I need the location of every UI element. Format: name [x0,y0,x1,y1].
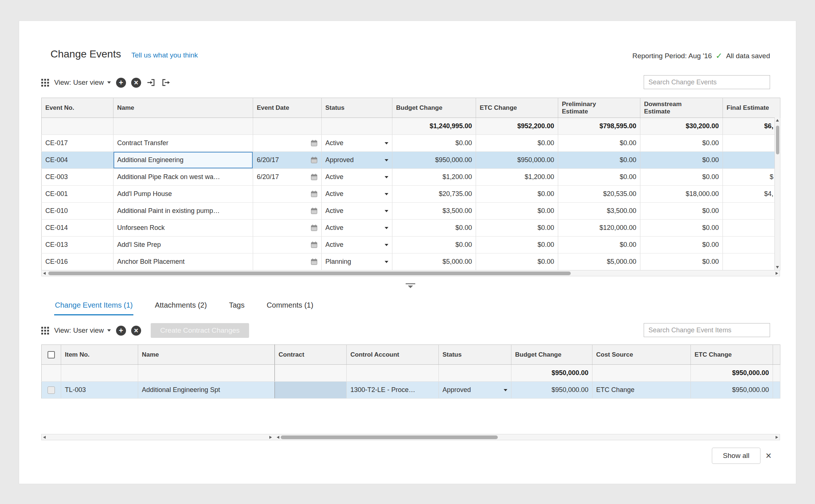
items-horizontal-scrollbar[interactable] [41,434,780,440]
scroll-left-icon[interactable] [43,436,46,439]
cell-event_date[interactable] [253,186,322,203]
cell-name[interactable]: Contract Transfer [113,135,253,152]
cell-event_no[interactable]: CE-004 [42,152,113,169]
column-header-etc_change[interactable]: ETC Change [476,98,558,118]
cell-status[interactable]: Planning [322,253,392,270]
cell-cost_source[interactable]: ETC Change [592,382,691,399]
view-menu[interactable]: View: User view [54,326,111,335]
cell-preliminary_estimate[interactable]: $0.00 [558,152,640,169]
cell-downstream_estimate[interactable]: $0.00 [640,152,723,169]
cell-etc_change[interactable]: $0.00 [476,220,558,237]
cell-budget_change[interactable]: $5,000.00 [392,253,476,270]
collapse-panel-handle[interactable] [405,283,416,290]
cell-status[interactable]: Active [322,135,392,152]
column-header-control_account[interactable]: Control Account [347,345,439,365]
cell-name[interactable]: Unforseen Rock [113,220,253,237]
search-change-events-input[interactable] [644,75,770,89]
tab-attachments[interactable]: Attachments (2) [154,298,207,315]
show-all-button[interactable]: Show all [712,448,760,464]
calendar-icon[interactable] [311,258,318,265]
scrollbar-thumb[interactable] [281,435,498,439]
cell-etc_change[interactable]: $0.00 [476,186,558,203]
cell-etc_change[interactable]: $950,000.00 [476,152,558,169]
calendar-icon[interactable] [311,190,318,197]
cell-etc_change[interactable]: $0.00 [476,135,558,152]
cell-etc_change[interactable]: $1,200.00 [476,169,558,186]
table-row[interactable]: CE-010Additional Paint in existing pump…… [42,203,780,220]
cell-final_estimate_partial[interactable] [723,220,780,237]
select-all-header[interactable] [42,345,61,365]
scroll-left-icon[interactable] [43,272,46,275]
export-icon[interactable] [161,78,171,87]
column-header-status[interactable]: Status [439,345,511,365]
table-row[interactable]: CE-014Unforseen RockActive$0.00$0.00$120… [42,220,780,237]
cell-item_no[interactable]: TL-003 [61,382,138,399]
cell-name[interactable]: Additional Pipe Rack on west wa… [113,169,253,186]
column-header-event_date[interactable]: Event Date [253,98,322,118]
cell-final_estimate_partial[interactable] [723,152,780,169]
calendar-icon[interactable] [311,207,318,214]
cell-contract[interactable] [275,382,347,399]
cell-downstream_estimate[interactable]: $18,000.00 [640,186,723,203]
cell-event_no[interactable]: CE-014 [42,220,113,237]
cell-status[interactable]: Approved [322,152,392,169]
cell-event_no[interactable]: CE-017 [42,135,113,152]
cell-name[interactable]: Add'l Site Prep [113,237,253,253]
column-header-etc_change[interactable]: ETC Change [691,345,773,365]
scroll-up-icon[interactable] [776,119,779,122]
cell-budget_change[interactable]: $1,200.00 [392,169,476,186]
cell-status[interactable]: Active [322,237,392,253]
table-row[interactable]: CE-017Contract TransferActive$0.00$0.00$… [42,135,780,152]
cell-etc_change[interactable]: $0.00 [476,203,558,220]
cell-event_date[interactable] [253,220,322,237]
cell-budget_change[interactable]: $20,735.00 [392,186,476,203]
cell-final_estimate_partial[interactable]: $ [723,169,780,186]
cell-name[interactable]: Anchor Bolt Placement [113,253,253,270]
cell-name[interactable]: Additional Engineering Spt [138,382,275,399]
cell-event_date[interactable] [253,253,322,270]
events-horizontal-scrollbar[interactable] [41,270,780,276]
cell-preliminary_estimate[interactable]: $120,000.00 [558,220,640,237]
delete-icon[interactable]: × [131,326,141,336]
table-row[interactable]: CE-016Anchor Bolt PlacementPlanning$5,00… [42,253,780,270]
add-icon[interactable]: + [116,326,126,336]
column-header-item_no[interactable]: Item No. [61,345,138,365]
cell-downstream_estimate[interactable]: $0.00 [640,135,723,152]
table-row[interactable]: TL-003Additional Engineering Spt1300-T2-… [42,382,780,399]
cell-event_date[interactable] [253,237,322,253]
column-header-status[interactable]: Status [322,98,392,118]
cell-budget_change[interactable]: $950,000.00 [392,152,476,169]
cell-budget_change[interactable]: $3,500.00 [392,203,476,220]
pane-split-left-icon[interactable] [277,436,279,439]
scrollbar-thumb[interactable] [48,272,571,275]
table-row[interactable]: CE-004Additional Engineering6/20/17Appro… [42,152,780,169]
column-header-cost_source[interactable]: Cost Source [592,345,691,365]
import-icon[interactable] [146,78,156,87]
column-header-name[interactable]: Name [138,345,275,365]
cell-checkbox[interactable] [42,382,61,399]
table-row[interactable]: CE-001Add'l Pump HouseActive$20,735.00$0… [42,186,780,203]
delete-icon[interactable]: × [131,78,141,88]
scroll-right-icon[interactable] [776,272,778,275]
cell-preliminary_estimate[interactable]: $3,500.00 [558,203,640,220]
view-menu[interactable]: View: User view [54,78,111,87]
calendar-icon[interactable] [311,140,318,147]
cell-status[interactable]: Active [322,169,392,186]
cell-etc_change[interactable]: $950,000.00 [691,382,773,399]
cell-final_estimate_partial[interactable] [723,203,780,220]
cell-etc_change[interactable]: $0.00 [476,237,558,253]
create-contract-changes-button[interactable]: Create Contract Changes [151,323,249,338]
column-header-preliminary_estimate[interactable]: Preliminary Estimate [558,98,640,118]
cell-budget_change[interactable]: $950,000.00 [511,382,592,399]
cell-status[interactable]: Approved [439,382,511,399]
table-row[interactable]: CE-003Additional Pipe Rack on west wa…6/… [42,169,780,186]
cell-event_no[interactable]: CE-013 [42,237,113,253]
cell-preliminary_estimate[interactable]: $0.00 [558,237,640,253]
feedback-link[interactable]: Tell us what you think [131,51,198,59]
grid-view-icon[interactable] [41,327,49,335]
cell-event_date[interactable]: 6/20/17 [253,152,322,169]
column-header-budget_change[interactable]: Budget Change [392,98,476,118]
cell-event_date[interactable] [253,203,322,220]
row-checkbox[interactable] [48,386,55,394]
cell-downstream_estimate[interactable]: $0.00 [640,169,723,186]
